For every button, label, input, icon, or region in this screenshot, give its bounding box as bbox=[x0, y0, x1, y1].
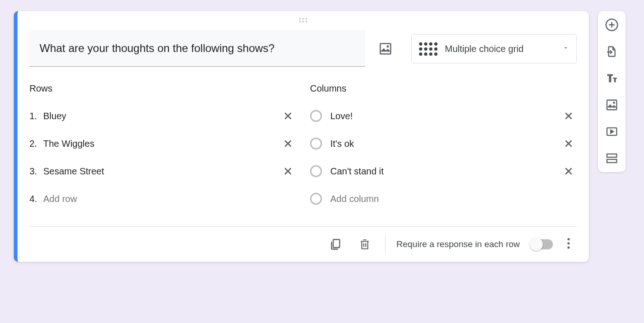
rows-column: Rows 1. Bluey 2. The Wiggles 3. Sesame S… bbox=[29, 83, 296, 213]
svg-point-3 bbox=[299, 21, 301, 23]
remove-row-button[interactable] bbox=[280, 135, 296, 152]
require-response-toggle[interactable] bbox=[531, 239, 553, 249]
remove-column-button[interactable] bbox=[560, 135, 577, 152]
add-row-placeholder[interactable]: Add row bbox=[43, 192, 296, 206]
question-title-field-wrap[interactable] bbox=[29, 30, 365, 67]
chevron-down-icon bbox=[563, 45, 569, 53]
remove-column-button[interactable] bbox=[560, 108, 577, 124]
side-toolbar bbox=[598, 11, 626, 172]
question-type-label: Multiple choice grid bbox=[445, 44, 555, 54]
column-label-input[interactable]: It's ok bbox=[330, 137, 560, 151]
svg-point-10 bbox=[568, 242, 570, 245]
svg-rect-16 bbox=[607, 154, 617, 157]
add-question-button[interactable] bbox=[604, 17, 620, 33]
more-options-button[interactable] bbox=[564, 237, 573, 251]
svg-point-5 bbox=[305, 21, 307, 23]
svg-point-9 bbox=[568, 238, 570, 241]
row-label-input[interactable]: Bluey bbox=[43, 109, 280, 123]
question-type-selector[interactable]: Multiple choice grid bbox=[411, 34, 577, 63]
svg-point-0 bbox=[299, 18, 301, 20]
column-item: It's ok bbox=[310, 130, 577, 157]
svg-rect-13 bbox=[607, 100, 617, 110]
svg-point-7 bbox=[387, 46, 389, 47]
grid-body: Rows 1. Bluey 2. The Wiggles 3. Sesame S… bbox=[29, 83, 577, 213]
add-title-button[interactable] bbox=[604, 70, 620, 87]
row-item: 2. The Wiggles bbox=[29, 130, 296, 157]
remove-column-button[interactable] bbox=[560, 163, 577, 179]
add-row[interactable]: 4. Add row bbox=[29, 185, 296, 213]
row-number: 2. bbox=[29, 138, 43, 149]
add-column[interactable]: Add column bbox=[310, 185, 577, 213]
column-label-input[interactable]: Can't stand it bbox=[330, 164, 560, 179]
radio-icon bbox=[310, 138, 322, 150]
remove-row-button[interactable] bbox=[280, 163, 296, 179]
row-number: 1. bbox=[29, 111, 43, 121]
duplicate-button[interactable] bbox=[326, 235, 345, 254]
add-image-toolbar-button[interactable] bbox=[604, 97, 620, 113]
columns-heading: Columns bbox=[310, 83, 577, 94]
columns-column: Columns Love! It's ok Can't stand it bbox=[310, 83, 577, 213]
svg-rect-17 bbox=[607, 159, 617, 162]
row-label-input[interactable]: The Wiggles bbox=[43, 137, 280, 151]
add-video-button[interactable] bbox=[604, 123, 620, 140]
row-label-input[interactable]: Sesame Street bbox=[43, 164, 280, 179]
add-image-button[interactable] bbox=[374, 38, 397, 60]
radio-icon bbox=[310, 110, 322, 122]
question-card: Multiple choice grid Rows 1. Bluey 2. Th… bbox=[14, 11, 589, 262]
column-item: Can't stand it bbox=[310, 157, 577, 185]
add-column-placeholder[interactable]: Add column bbox=[330, 192, 577, 206]
svg-rect-8 bbox=[333, 240, 339, 248]
rows-heading: Rows bbox=[29, 83, 296, 94]
vertical-divider bbox=[385, 235, 385, 254]
svg-rect-6 bbox=[380, 44, 391, 54]
question-footer: Require a response in each row bbox=[29, 227, 577, 262]
row-item: 1. Bluey bbox=[29, 102, 296, 130]
add-section-button[interactable] bbox=[604, 150, 620, 167]
radio-icon bbox=[310, 193, 322, 205]
grid-icon bbox=[419, 42, 437, 56]
row-number: 4. bbox=[29, 194, 43, 204]
delete-button[interactable] bbox=[356, 235, 374, 254]
column-item: Love! bbox=[310, 102, 577, 130]
question-header-row: Multiple choice grid bbox=[29, 30, 577, 67]
svg-point-11 bbox=[568, 247, 570, 249]
require-response-label: Require a response in each row bbox=[397, 239, 520, 249]
radio-icon bbox=[310, 165, 322, 177]
remove-row-button[interactable] bbox=[280, 108, 296, 124]
svg-point-4 bbox=[302, 21, 304, 23]
toggle-knob bbox=[530, 238, 543, 251]
svg-point-1 bbox=[302, 18, 304, 20]
column-label-input[interactable]: Love! bbox=[330, 109, 560, 123]
svg-point-2 bbox=[305, 18, 307, 20]
row-item: 3. Sesame Street bbox=[29, 157, 296, 185]
drag-handle-icon[interactable] bbox=[29, 17, 577, 27]
svg-point-14 bbox=[614, 102, 615, 103]
question-title-input[interactable] bbox=[39, 41, 356, 55]
import-questions-button[interactable] bbox=[604, 43, 620, 60]
row-number: 3. bbox=[29, 166, 43, 177]
